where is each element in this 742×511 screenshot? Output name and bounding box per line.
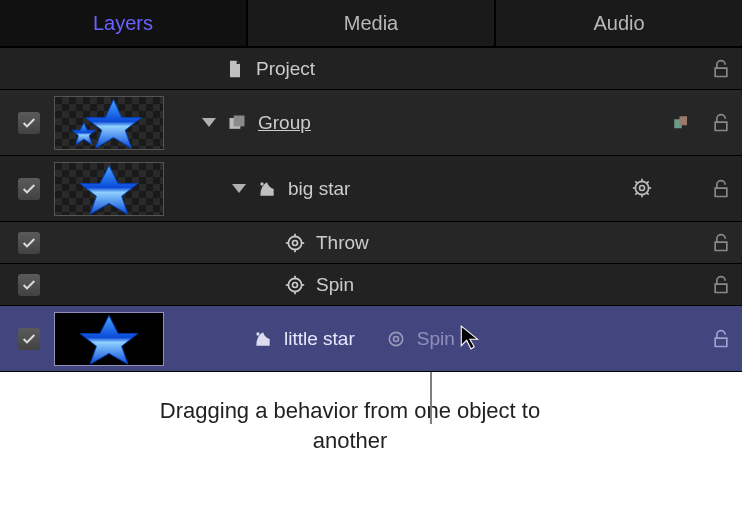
row-project[interactable]: Project bbox=[0, 48, 742, 90]
svg-line-17 bbox=[646, 181, 649, 184]
behavior-gear-icon bbox=[284, 232, 306, 254]
row-label: Spin bbox=[316, 274, 354, 296]
shape-icon bbox=[256, 178, 278, 200]
row-label: Group bbox=[258, 112, 311, 134]
row-group[interactable]: Group bbox=[0, 90, 742, 156]
svg-point-32 bbox=[389, 332, 402, 345]
row-label: Project bbox=[256, 58, 315, 80]
svg-point-25 bbox=[293, 282, 298, 287]
svg-marker-30 bbox=[80, 315, 138, 364]
caption-text: Dragging a behavior from one object to a… bbox=[140, 396, 560, 455]
group-icon bbox=[226, 112, 248, 134]
group-thumbnail bbox=[54, 96, 164, 150]
svg-marker-1 bbox=[72, 123, 95, 145]
lock-icon[interactable] bbox=[710, 274, 732, 296]
lock-icon[interactable] bbox=[710, 178, 732, 200]
blend-icon[interactable] bbox=[670, 112, 692, 134]
svg-rect-3 bbox=[234, 115, 245, 126]
svg-point-7 bbox=[260, 182, 263, 185]
disclosure-triangle[interactable] bbox=[202, 118, 216, 127]
tab-layers[interactable]: Layers bbox=[0, 0, 248, 46]
svg-line-14 bbox=[635, 181, 638, 184]
svg-point-19 bbox=[293, 240, 298, 245]
row-label: Throw bbox=[316, 232, 369, 254]
visibility-checkbox[interactable] bbox=[18, 178, 40, 200]
svg-rect-5 bbox=[680, 116, 688, 125]
layer-thumbnail bbox=[54, 162, 164, 216]
tab-media[interactable]: Media bbox=[248, 0, 496, 46]
row-label: little star bbox=[284, 328, 355, 350]
visibility-checkbox[interactable] bbox=[18, 328, 40, 350]
behavior-gear-icon bbox=[385, 328, 407, 350]
svg-line-16 bbox=[635, 192, 638, 195]
row-behavior-throw[interactable]: Throw bbox=[0, 222, 742, 264]
svg-line-15 bbox=[646, 192, 649, 195]
svg-point-33 bbox=[393, 336, 398, 341]
visibility-checkbox[interactable] bbox=[18, 112, 40, 134]
layers-panel: Layers Media Audio Project bbox=[0, 0, 742, 372]
behavior-gear-icon bbox=[284, 274, 306, 296]
lock-icon[interactable] bbox=[710, 232, 732, 254]
layer-thumbnail bbox=[54, 312, 164, 366]
drag-ghost-label: Spin bbox=[417, 328, 455, 350]
caption-area: Dragging a behavior from one object to a… bbox=[0, 372, 742, 485]
callout-line bbox=[430, 372, 432, 424]
drag-ghost: Spin bbox=[385, 328, 455, 350]
visibility-checkbox[interactable] bbox=[18, 274, 40, 296]
row-little-star[interactable]: little star Spin bbox=[0, 306, 742, 372]
row-big-star[interactable]: big star bbox=[0, 156, 742, 222]
svg-marker-0 bbox=[86, 99, 142, 148]
svg-point-31 bbox=[256, 332, 259, 335]
disclosure-triangle[interactable] bbox=[232, 184, 246, 193]
svg-marker-6 bbox=[80, 165, 138, 214]
row-behavior-spin[interactable]: Spin bbox=[0, 264, 742, 306]
svg-point-9 bbox=[640, 185, 645, 190]
row-label: big star bbox=[288, 178, 350, 200]
svg-point-18 bbox=[288, 236, 301, 249]
project-icon bbox=[224, 58, 246, 80]
panel-tabs: Layers Media Audio bbox=[0, 0, 742, 48]
cursor-icon bbox=[458, 324, 484, 350]
svg-point-24 bbox=[288, 278, 301, 291]
lock-icon[interactable] bbox=[710, 328, 732, 350]
gear-icon[interactable] bbox=[632, 178, 654, 200]
visibility-checkbox[interactable] bbox=[18, 232, 40, 254]
lock-icon[interactable] bbox=[710, 112, 732, 134]
lock-icon[interactable] bbox=[710, 58, 732, 80]
tab-audio[interactable]: Audio bbox=[496, 0, 742, 46]
shape-icon bbox=[252, 328, 274, 350]
